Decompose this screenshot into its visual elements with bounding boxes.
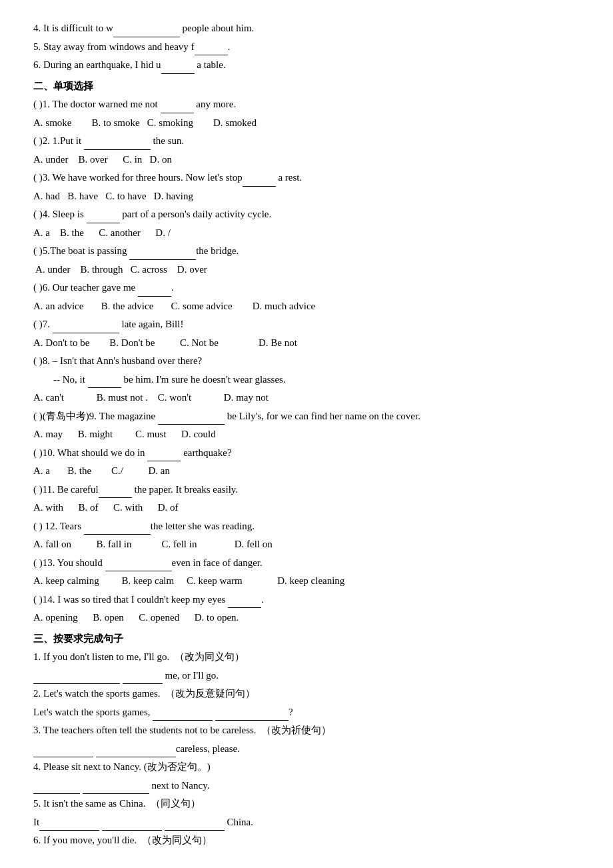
s3q3-fill: careless, please.: [33, 741, 580, 758]
q7: ( )7. late again, Bill!: [33, 316, 580, 333]
section2-header: 二、单项选择: [33, 78, 580, 95]
s3q4-blank1: [33, 783, 80, 794]
q8: ( )8. – Isn't that Ann's husband over th…: [33, 353, 580, 370]
q3: ( )3. We have worked for three hours. No…: [33, 169, 580, 187]
q8-options: A. can't B. must not . C. won't D. may n…: [33, 389, 580, 407]
s3q5-blank3: [165, 820, 225, 831]
q1-blank: [161, 103, 194, 113]
s3q2-question: 2. Let's watch the sports games. （改为反意疑问…: [33, 685, 580, 703]
s3q1-fill: me, or I'll go.: [33, 667, 580, 685]
q5-blank: [129, 249, 196, 260]
s3q2-fill: Let's watch the sports games, ?: [33, 704, 580, 721]
s3q5-question: 5. It isn't the same as China. （同义句）: [33, 795, 580, 813]
q14: ( )14. I was so tired that I couldn't ke…: [33, 591, 580, 609]
fill-section: 4. It is difficult to w people about him…: [33, 20, 580, 74]
section3-header: 三、按要求完成句子: [33, 631, 580, 648]
q6: ( )6. Our teacher gave me .: [33, 279, 580, 297]
item-num: 5. Stay away from windows and heavy f: [33, 41, 195, 52]
item-text: a table.: [195, 59, 226, 70]
blank: [113, 27, 180, 37]
item-text: people about him.: [180, 23, 255, 33]
q4-blank: [87, 213, 120, 223]
q4-options: A. a B. the C. another D. /: [33, 225, 580, 242]
q10-blank: [147, 451, 181, 461]
s3q5-blank1: [39, 820, 99, 831]
q5-options: A. under B. through C. across D. over: [33, 261, 580, 279]
q2: ( )2. 1.Put it the sun.: [33, 133, 580, 150]
q1-options: A. smoke B. to smoke C. smoking D. smoke…: [33, 115, 580, 132]
q10-options: A. a B. the C./ D. an: [33, 463, 580, 480]
fill-item-5: 5. Stay away from windows and heavy f.: [33, 39, 580, 56]
q6-blank: [138, 286, 171, 297]
s3q2-blank2: [215, 710, 289, 721]
q9-options: A. may B. might C. must D. could: [33, 426, 580, 443]
q12: ( ) 12. Tears the letter she was reading…: [33, 518, 580, 535]
item-num: 6. During an earthquake, I hid u: [33, 59, 161, 70]
s3q2-blank1: [153, 710, 213, 721]
s3q4-question: 4. Please sit next to Nancy. (改为否定句。): [33, 759, 580, 776]
q11: ( )11. Be careful the paper. It breaks e…: [33, 481, 580, 499]
fill-item-6: 6. During an earthquake, I hid u a table…: [33, 57, 580, 74]
s3q3-blank2: [96, 747, 176, 757]
q13: ( )13. You should even in face of danger…: [33, 555, 580, 572]
q9: ( )(青岛中考)9. The magazine be Lily's, for …: [33, 408, 580, 425]
q3-blank: [243, 176, 276, 187]
q12-blank: [84, 524, 151, 535]
q14-blank: [228, 597, 261, 608]
item-text: .: [228, 41, 231, 52]
q7-blank: [53, 323, 119, 333]
q8-sub: -- No, it be him. I'm sure he doesn't we…: [53, 371, 580, 389]
q9-blank: [158, 414, 225, 425]
s3q1-blank2: [123, 673, 163, 684]
q6-options: A. an advice B. the advice C. some advic…: [33, 298, 580, 315]
q13-options: A. keep calming B. keep calm C. keep war…: [33, 573, 580, 590]
q11-blank: [99, 487, 132, 498]
s3q1-blank1: [33, 673, 120, 684]
q1: ( )1. The doctor warned me not any more.: [33, 96, 580, 113]
q3-options: A. had B. have C. to have D. having: [33, 188, 580, 205]
s3q6-question: 6. If you move, you'll die. （改为同义句）: [33, 832, 580, 849]
s3q5-fill: It China.: [33, 814, 580, 831]
s3q3-blank1: [33, 747, 93, 757]
q8-blank: [88, 377, 121, 388]
q7-options: A. Don't to be B. Don't be C. Not be D. …: [33, 335, 580, 352]
q2-blank: [84, 139, 151, 150]
q1-paren: ( )1. The doctor warned me not: [33, 99, 161, 109]
fill-item-4: 4. It is difficult to w people about him…: [33, 20, 580, 37]
q12-options: A. fall on B. fall in C. fell in D. fell…: [33, 536, 580, 553]
page-content: 4. It is difficult to w people about him…: [33, 20, 580, 849]
s3q4-blank2: [83, 783, 149, 794]
q4: ( )4. Sleep is part of a person's daily …: [33, 206, 580, 223]
q13-blank: [105, 561, 172, 571]
s3q5-blank2: [102, 820, 162, 831]
s3q4-fill: next to Nancy.: [33, 777, 580, 795]
item-num: 4. It is difficult to w: [33, 23, 113, 33]
q2-options: A. under B. over C. in D. on: [33, 151, 580, 169]
q5: ( )5.The boat is passing the bridge.: [33, 243, 580, 260]
q14-options: A. opening B. open C. opened D. to open.: [33, 609, 580, 627]
blank: [161, 63, 195, 74]
q11-options: A. with B. of C. with D. of: [33, 499, 580, 517]
blank: [195, 45, 228, 55]
q10: ( )10. What should we do in earthquake?: [33, 445, 580, 462]
s3q1-question: 1. If you don't listen to me, I'll go. （…: [33, 649, 580, 666]
s3q3-question: 3. The teachers often tell the students …: [33, 722, 580, 739]
